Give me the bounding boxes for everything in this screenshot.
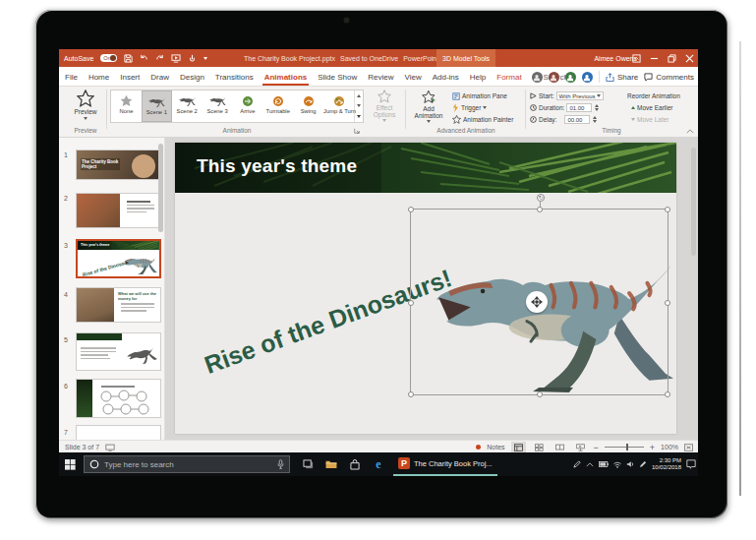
redo-icon[interactable] [155, 54, 164, 63]
slide-thumbnail-6[interactable] [76, 379, 161, 418]
animation-pane-button[interactable]: Animation Pane [452, 90, 507, 101]
move-later-button[interactable]: Move Later [631, 114, 669, 125]
ink-pen-icon[interactable] [573, 460, 581, 468]
clock[interactable]: 2:30 PM 10/02/2018 [652, 457, 681, 471]
animation-painter-button[interactable]: Animation Painter [452, 114, 513, 125]
pen-icon[interactable] [639, 460, 647, 468]
task-view-button[interactable] [297, 452, 319, 476]
avatar[interactable] [532, 72, 543, 83]
delay-input[interactable]: 00.00 [564, 115, 590, 124]
tab-draw[interactable]: Draw [150, 73, 169, 82]
resize-handle-w[interactable] [408, 300, 414, 306]
duration-input[interactable]: 01.00 [566, 103, 592, 112]
avatar[interactable] [565, 72, 576, 83]
gallery-item-none[interactable]: None [111, 90, 142, 122]
store-button[interactable] [344, 452, 366, 476]
view-reading-button[interactable] [552, 442, 567, 452]
resize-handle-se[interactable] [665, 391, 670, 397]
trigger-button[interactable]: Trigger [452, 102, 487, 113]
gallery-item-scene-2[interactable]: Scene 2 [172, 90, 203, 122]
delay-spinner[interactable] [593, 116, 597, 123]
preview-button[interactable]: Preview [67, 90, 104, 120]
qat-customize-icon[interactable] [204, 57, 207, 60]
tab-view[interactable]: View [404, 73, 421, 82]
autosave-toggle[interactable]: On [100, 54, 117, 62]
start-from-beginning-icon[interactable] [171, 54, 181, 63]
gallery-item-arrive[interactable]: Arrive [232, 90, 262, 122]
view-slideshow-button[interactable] [573, 442, 588, 452]
slide-title-text[interactable]: This year's theme [197, 155, 357, 177]
gallery-scroll-down-icon[interactable] [357, 104, 361, 107]
gallery-item-turntable[interactable]: Turntable [262, 90, 293, 122]
edge-button[interactable]: e [368, 452, 389, 476]
zoom-in-button[interactable]: + [650, 443, 655, 452]
slide-canvas[interactable]: This year's theme Rise of the Dinosaurs!… [175, 143, 676, 434]
rotate-handle[interactable]: ↻ [537, 194, 545, 202]
share-button[interactable]: Share [606, 73, 638, 82]
resize-handle-e[interactable] [665, 300, 670, 306]
comments-button[interactable]: Comments [644, 73, 694, 82]
battery-icon[interactable] [599, 461, 609, 467]
notes-button[interactable]: Notes [487, 444, 504, 450]
action-center-icon[interactable] [686, 459, 696, 469]
touch-mode-icon[interactable] [188, 54, 197, 63]
avatar[interactable] [549, 72, 559, 83]
slide-thumbnail-5[interactable] [76, 332, 161, 371]
tab-design[interactable]: Design [180, 73, 204, 82]
restore-icon[interactable] [668, 54, 676, 63]
slide-thumbnail-4[interactable]: What we will use the money for [76, 287, 161, 323]
slide-thumbnail-1[interactable]: The Charity Book Project [76, 150, 161, 180]
slide-area-scrollbar[interactable] [691, 148, 696, 256]
network-icon[interactable] [613, 461, 621, 468]
start-combobox[interactable]: With Previous [556, 91, 604, 100]
slide-thumbnail-3-selected[interactable]: This year's theme Rise of the Dinosaurs! [76, 239, 161, 278]
zoom-out-button[interactable]: − [594, 443, 599, 452]
tab-add-ins[interactable]: Add-ins [433, 73, 459, 82]
close-icon[interactable] [685, 54, 694, 63]
taskbar-search[interactable]: Type here to search [84, 455, 290, 473]
gallery-more-icon[interactable] [357, 115, 361, 118]
context-tab-group-3d-model-tools[interactable]: 3D Model Tools [436, 49, 495, 67]
effect-options-button[interactable]: Effect Options [368, 90, 401, 122]
volume-icon[interactable] [626, 460, 634, 468]
resize-handle-nw[interactable] [408, 207, 414, 212]
start-button[interactable] [59, 452, 81, 476]
resize-handle-n[interactable] [537, 207, 543, 212]
undo-icon[interactable] [140, 54, 148, 63]
chevron-up-icon[interactable] [586, 462, 594, 467]
ribbon-display-options-icon[interactable] [632, 54, 641, 63]
move-earlier-button[interactable]: Move Earlier [631, 102, 672, 113]
tab-insert[interactable]: Insert [120, 73, 140, 82]
zoom-slider[interactable] [605, 447, 644, 448]
view-normal-button[interactable] [511, 442, 526, 452]
fit-slide-to-window-icon[interactable] [684, 444, 693, 451]
display-icon[interactable] [105, 444, 115, 451]
gallery-item-swing[interactable]: Swing [293, 90, 323, 122]
gallery-item-scene-1[interactable]: Scene 1 [142, 90, 172, 122]
add-animation-button[interactable]: Add Animation [409, 90, 448, 123]
gallery-scroll-up-icon[interactable] [357, 94, 361, 97]
microphone-icon[interactable] [277, 459, 284, 469]
3d-rotate-control[interactable] [526, 291, 548, 313]
tab-review[interactable]: Review [368, 73, 393, 82]
tab-format[interactable]: Format [496, 73, 521, 82]
avatar[interactable] [582, 72, 593, 83]
gallery-item-jump-and-turn[interactable]: Jump & Turn [323, 90, 354, 122]
resize-handle-ne[interactable] [665, 207, 670, 212]
taskbar-powerpoint-button[interactable]: P The Charity Book Proj... [393, 452, 497, 476]
tab-help[interactable]: Help [470, 73, 486, 82]
tab-home[interactable]: Home [88, 73, 109, 82]
file-explorer-button[interactable] [320, 452, 342, 476]
view-slide-sorter-button[interactable] [532, 442, 547, 452]
resize-handle-s[interactable] [537, 391, 543, 397]
resize-handle-sw[interactable] [408, 391, 414, 397]
save-icon[interactable] [124, 54, 133, 63]
tab-file[interactable]: File [65, 73, 78, 82]
slide-thumbnail-2[interactable] [76, 193, 161, 228]
collapse-ribbon-icon[interactable] [686, 129, 694, 134]
tab-transitions[interactable]: Transitions [215, 73, 254, 82]
minimize-icon[interactable] [650, 54, 659, 63]
zoom-slider-thumb[interactable] [626, 444, 629, 450]
tab-animations[interactable]: Animations [264, 73, 308, 82]
thumbnail-scrollbar[interactable] [158, 144, 163, 232]
